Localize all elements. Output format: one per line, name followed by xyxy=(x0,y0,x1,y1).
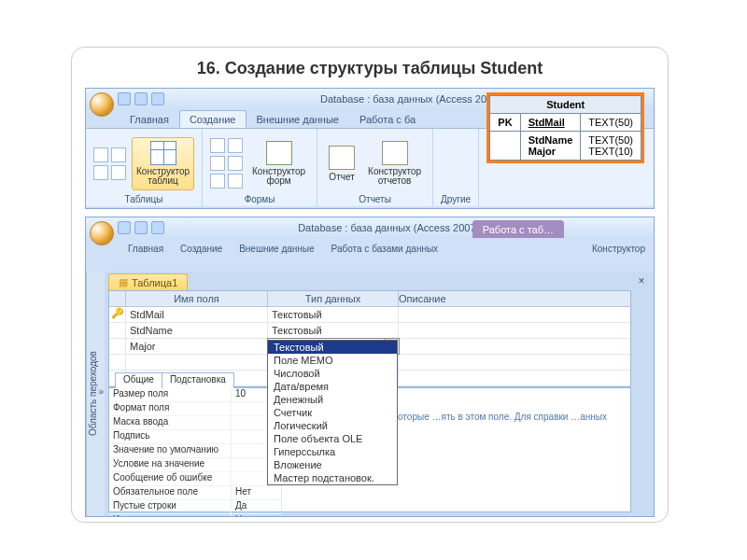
field-row[interactable]: StdName Текстовый xyxy=(109,323,630,339)
table-design-icon[interactable] xyxy=(111,165,126,180)
col-desc-header: Описание xyxy=(399,291,446,306)
tab-home[interactable]: Главная xyxy=(120,110,179,128)
dropdown-option[interactable]: Вложение xyxy=(268,458,397,471)
dropdown-option[interactable]: Поле MEMO xyxy=(268,354,397,367)
field-type-cell[interactable]: Текстовый xyxy=(268,323,399,338)
prop-value[interactable]: Нет xyxy=(231,514,281,517)
field-row[interactable]: 🔑 StdMail Текстовый xyxy=(109,307,630,323)
report-button[interactable]: Отчет xyxy=(325,143,359,185)
overlay-row2-pk xyxy=(490,132,520,161)
dropdown-option[interactable]: Гиперссылка xyxy=(268,445,397,458)
table-icon[interactable] xyxy=(93,147,108,162)
dropdown-option[interactable]: Текстовый xyxy=(268,341,397,354)
form-design-large-icon xyxy=(266,141,292,165)
prop-value[interactable]: Да xyxy=(231,500,281,513)
tab-external-data-2[interactable]: Внешние данные xyxy=(231,241,322,257)
office-button[interactable] xyxy=(90,92,114,117)
design-view-area: Область переходов » ▦ Таблица1 × Имя пол… xyxy=(86,272,654,516)
sharepoint-lists-icon[interactable] xyxy=(93,165,108,180)
field-name-cell[interactable]: StdName xyxy=(126,323,268,338)
dropdown-option[interactable]: Поле объекта OLE xyxy=(268,432,397,445)
prop-name: Формат поля xyxy=(109,402,231,415)
prop-row[interactable]: Условие на значение xyxy=(109,458,281,472)
prop-row[interactable]: Маска ввода xyxy=(109,416,281,430)
table-design-button[interactable]: Конструктор таблиц xyxy=(132,137,194,190)
prop-row[interactable]: Размер поля10 xyxy=(109,388,281,402)
tab-database-tools-2[interactable]: Работа с базами данных xyxy=(323,241,447,257)
more-forms-icon[interactable] xyxy=(228,174,243,189)
window-title-2: Database : база данных (Access 2007) - M… xyxy=(168,222,654,233)
prop-row[interactable]: Обязательное полеНет xyxy=(109,486,281,500)
prop-name: Условие на значение xyxy=(109,458,231,471)
tab-database-tools[interactable]: Работа с ба xyxy=(349,110,426,128)
prop-name: Сообщение об ошибке xyxy=(109,472,231,485)
object-tab-label: Таблица1 xyxy=(132,277,177,288)
col-type-header: Тип данных xyxy=(268,291,399,306)
ribbon-tabs-2: Главная Создание Внешние данные Работа с… xyxy=(86,238,654,257)
group-label-other: Другие xyxy=(441,194,471,206)
table-templates-icon[interactable] xyxy=(111,147,126,162)
ribbon-group-tables: Конструктор таблиц Таблицы xyxy=(86,129,203,206)
dropdown-option[interactable]: Логический xyxy=(268,419,397,432)
overlay-pk-field: StdMail xyxy=(529,117,565,128)
prop-name: Пустые строки xyxy=(109,500,231,513)
prop-name: Подпись xyxy=(109,430,231,443)
prop-row[interactable]: Индексированное полеНет xyxy=(109,514,281,517)
field-type-cell[interactable]: Текстовый xyxy=(268,307,399,322)
student-schema-overlay: Student PK StdMail TEXT(50) StdName Majo… xyxy=(486,92,644,163)
split-form-icon[interactable] xyxy=(228,138,243,153)
prop-value[interactable]: Нет xyxy=(231,486,281,499)
report-design-label: Конструктор отчетов xyxy=(368,167,421,187)
tab-create-2[interactable]: Создание xyxy=(172,241,231,257)
blank-form-icon[interactable] xyxy=(210,174,225,189)
object-tab-close[interactable]: × xyxy=(635,275,648,288)
office-button-2[interactable] xyxy=(90,221,114,245)
dropdown-option[interactable]: Счетчик xyxy=(268,406,397,419)
ribbon-group-reports: Отчет Конструктор отчетов Отчеты xyxy=(317,129,433,206)
dropdown-option[interactable]: Дата/время xyxy=(268,380,397,393)
qat-redo-icon[interactable] xyxy=(151,92,164,105)
field-name-cell[interactable]: Major xyxy=(126,339,268,354)
pk-cell xyxy=(109,339,126,354)
multi-items-icon[interactable] xyxy=(210,156,225,171)
prop-tab-general[interactable]: Общие xyxy=(115,372,162,388)
tab-design[interactable]: Конструктор xyxy=(584,241,654,257)
design-main: ▦ Таблица1 × Имя поля Тип данных Описани… xyxy=(105,272,654,516)
pivot-chart-icon[interactable] xyxy=(228,156,243,171)
table-icon-small: ▦ xyxy=(119,276,128,288)
report-design-button[interactable]: Конструктор отчетов xyxy=(364,138,425,189)
prop-row[interactable]: Значение по умолчанию xyxy=(109,444,281,458)
qat-undo-icon-2[interactable] xyxy=(134,221,148,234)
ribbon-group-forms: Конструктор форм Формы xyxy=(203,129,317,206)
dropdown-option[interactable]: Числовой xyxy=(268,367,397,380)
qat-save-icon-2[interactable] xyxy=(118,221,131,234)
nav-pane-collapsed[interactable]: Область переходов » xyxy=(86,272,105,516)
form-design-button[interactable]: Конструктор форм xyxy=(248,138,309,189)
tab-home-2[interactable]: Главная xyxy=(120,241,172,257)
prop-row[interactable]: Формат поля xyxy=(109,402,281,416)
prop-row[interactable]: Сообщение об ошибке xyxy=(109,472,281,486)
dropdown-option[interactable]: Мастер подстановок. xyxy=(268,471,397,484)
slide-frame: 16. Создание структуры таблицы Student D… xyxy=(71,47,669,523)
access-design-view-screenshot: _ □ × Database : база данных (Access 200… xyxy=(85,217,655,517)
qat-undo-icon[interactable] xyxy=(134,92,148,105)
chevron-right-icon: » xyxy=(98,387,104,398)
dropdown-option[interactable]: Денежный xyxy=(268,393,397,406)
pk-col-header xyxy=(109,291,126,306)
prop-row[interactable]: Пустые строкиДа xyxy=(109,500,281,514)
window-titlebar-2: Database : база данных (Access 2007) - M… xyxy=(86,217,654,238)
pk-cell xyxy=(109,323,126,338)
report-label: Отчет xyxy=(329,172,354,182)
prop-row[interactable]: Подпись xyxy=(109,430,281,444)
slide-title: 16. Создание структуры таблицы Student xyxy=(85,59,655,78)
object-tab-table1[interactable]: ▦ Таблица1 xyxy=(108,273,188,290)
contextual-tab-table-tools[interactable]: Работа с таб… xyxy=(472,220,564,238)
qat-save-icon[interactable] xyxy=(118,92,131,105)
field-name-cell[interactable]: StdMail xyxy=(126,307,268,322)
tab-external-data[interactable]: Внешние данные xyxy=(247,110,349,128)
form-icon[interactable] xyxy=(210,138,225,153)
qat-redo-icon-2[interactable] xyxy=(151,221,164,234)
prop-name: Маска ввода xyxy=(109,416,231,429)
tab-create[interactable]: Создание xyxy=(179,110,247,128)
prop-tab-lookup[interactable]: Подстановка xyxy=(162,372,234,388)
